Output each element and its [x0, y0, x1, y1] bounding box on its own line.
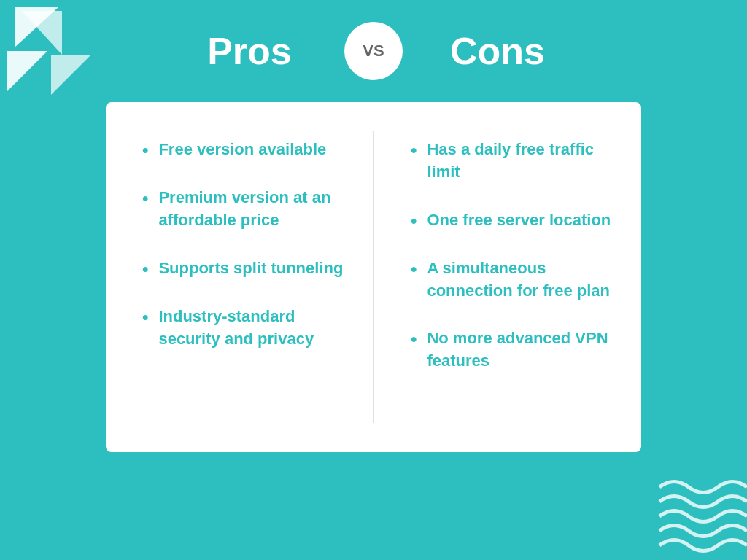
cons-column: Has a daily free traffic limitOne free s…: [374, 131, 641, 423]
svg-marker-2: [7, 51, 47, 91]
list-item: Has a daily free traffic limit: [411, 139, 612, 184]
list-item: No more advanced VPN features: [411, 327, 612, 373]
list-item: Supports split tunneling: [142, 257, 344, 280]
cons-list: Has a daily free traffic limitOne free s…: [411, 139, 612, 373]
vs-badge: VS: [344, 22, 403, 80]
list-item: Free version available: [142, 139, 344, 161]
list-item: A simultaneous connection for free plan: [411, 257, 612, 303]
list-item: Industry-standard security and privacy: [142, 306, 344, 351]
bottom-right-decoration: [652, 472, 747, 560]
top-left-decoration: [0, 0, 95, 102]
list-item: Premium version at an affordable price: [142, 187, 344, 232]
svg-marker-3: [51, 55, 91, 95]
header: Pros VS Cons: [0, 0, 747, 102]
cons-heading: Cons: [403, 29, 592, 73]
list-item: One free server location: [411, 209, 612, 232]
pros-list: Free version availablePremium version at…: [142, 139, 344, 351]
content-card: Free version availablePremium version at…: [106, 102, 641, 452]
pros-heading: Pros: [155, 29, 344, 73]
pros-column: Free version availablePremium version at…: [106, 131, 374, 423]
